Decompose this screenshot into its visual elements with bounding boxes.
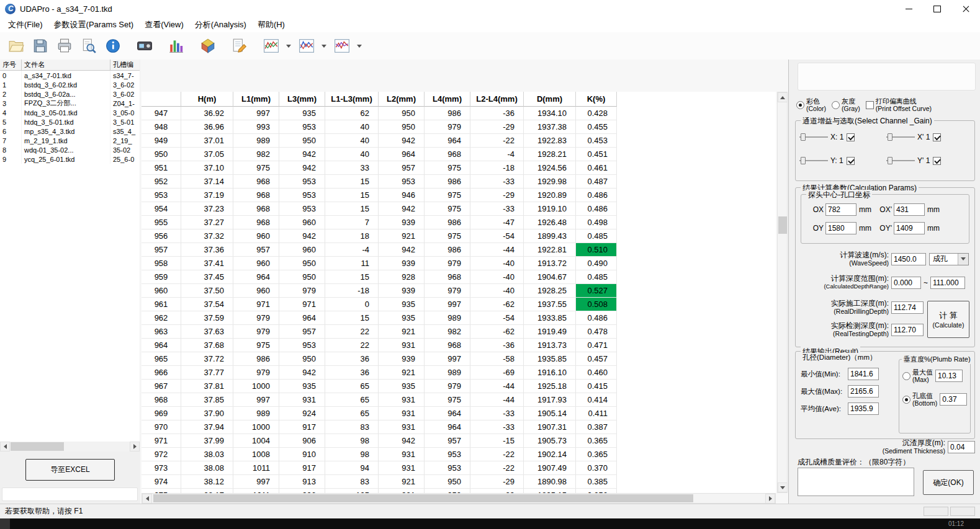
file-list-item[interactable]: 4htdq_3_05-01.tkd3_05-0 <box>0 108 140 117</box>
table-row[interactable]: 97137.99100490698942957-151905.730.365 <box>142 434 776 448</box>
file-list-item[interactable]: 8wdq-01_35-02...35-02 <box>0 145 140 154</box>
min-diameter-input[interactable] <box>848 368 879 380</box>
file-list-item[interactable]: 5htdq_3_5-01.tkd3_5-01 <box>0 117 140 127</box>
plumb-max-input[interactable] <box>935 370 963 382</box>
table-row[interactable]: 94836.9699395340950979-291937.380.455 <box>142 120 776 134</box>
column-header[interactable]: L2-L4(mm) <box>470 92 524 107</box>
scroll-left-button[interactable] <box>142 494 152 504</box>
channel-y2-checkbox[interactable] <box>933 157 941 165</box>
file-list-item[interactable]: 9ycq_25_6-01.tkd25_6-0 <box>0 154 140 164</box>
gain-slider-x2[interactable] <box>886 132 915 142</box>
scrollbar-thumb[interactable] <box>778 216 787 234</box>
export-excel-button[interactable]: 导至EXCEL <box>25 459 115 481</box>
table-row[interactable]: 96337.6397995722921982-621919.490.478 <box>142 325 776 339</box>
plumb-bottom-radio[interactable] <box>902 396 910 404</box>
table-row[interactable]: 96437.6897595322931968-361913.730.471 <box>142 339 776 352</box>
waveform-3-dropdown[interactable] <box>355 35 363 57</box>
about-button[interactable] <box>102 35 124 57</box>
scrollbar-thumb[interactable] <box>11 442 64 451</box>
oy-input[interactable] <box>825 222 856 234</box>
waveform-2-button[interactable] <box>295 35 318 57</box>
gray-mode-option[interactable]: 灰度 (Gray) <box>832 97 860 112</box>
menu-item-3[interactable]: 查看(View) <box>139 17 189 32</box>
drilling-depth-input[interactable] <box>891 301 924 314</box>
scroll-right-button[interactable] <box>130 442 140 451</box>
channel-x2-checkbox[interactable] <box>933 133 941 141</box>
gain-slider-y2[interactable] <box>886 156 915 166</box>
print-button[interactable] <box>53 35 76 57</box>
close-button[interactable] <box>951 0 980 17</box>
ave-diameter-input[interactable] <box>848 402 879 415</box>
column-header[interactable]: L1(mm) <box>233 92 279 107</box>
file-column-header[interactable]: 文件名 <box>22 60 110 70</box>
file-list-item[interactable]: 0a_s34_7-01.tkds34_7- <box>0 71 140 80</box>
open-file-button[interactable] <box>5 35 27 57</box>
column-header[interactable]: L3(mm) <box>279 92 325 107</box>
menu-item-1[interactable]: 文件(File) <box>2 17 48 32</box>
file-list-item[interactable]: 2bstdq_3_6-02a...3_6-02 <box>0 89 140 99</box>
package-button[interactable] <box>197 35 219 57</box>
file-list-horizontal-scrollbar[interactable] <box>0 442 140 451</box>
depth-from-input[interactable] <box>891 277 921 289</box>
waveform-1-button[interactable] <box>260 35 282 57</box>
file-list-item[interactable]: 3FPZQ_3二分部...Z04_1- <box>0 99 140 108</box>
sediment-thickness-input[interactable] <box>948 441 975 453</box>
file-list-item[interactable]: 6mp_s35_4_3.tkds35_4_ <box>0 127 140 136</box>
scrollbar-thumb[interactable] <box>153 494 693 502</box>
table-row[interactable]: 95537.279689607939986-471926.480.498 <box>142 216 776 229</box>
column-header[interactable]: H(m) <box>181 92 233 107</box>
slider-thumb[interactable] <box>801 157 806 164</box>
color-radio-icon[interactable] <box>796 101 804 109</box>
column-header[interactable]: D(mm) <box>524 92 576 107</box>
gain-slider-x[interactable] <box>799 132 828 142</box>
oxp-input[interactable] <box>894 203 925 216</box>
plumb-max-radio[interactable] <box>902 372 910 380</box>
max-diameter-input[interactable] <box>848 385 879 398</box>
column-header[interactable]: L1-L3(mm) <box>325 92 379 107</box>
select-arrow[interactable] <box>958 254 968 265</box>
table-row[interactable]: 97538.171011906105921950-291895.150.356 <box>142 489 776 493</box>
table-row[interactable]: 96837.8599793165931975-441917.930.414 <box>142 393 776 407</box>
table-horizontal-scrollbar[interactable] <box>142 493 776 504</box>
table-row[interactable]: 95437.2396895315942975-331919.100.486 <box>142 202 776 216</box>
minimize-button[interactable] <box>894 0 923 17</box>
menu-item-4[interactable]: 分析(Analysis) <box>189 17 252 32</box>
table-row[interactable]: 97338.08101191794931953-221907.490.370 <box>142 461 776 475</box>
slider-thumb[interactable] <box>888 157 892 164</box>
table-row[interactable]: 96237.5997996415935989-541933.850.486 <box>142 311 776 325</box>
file-column-header[interactable]: 孔槽编 <box>110 60 140 70</box>
table-row[interactable]: 97037.94100091783931964-331907.310.387 <box>142 420 776 434</box>
column-header[interactable]: L2(mm) <box>379 92 425 107</box>
slider-thumb[interactable] <box>801 133 806 141</box>
ok-button[interactable]: 确定(OK) <box>923 470 974 495</box>
print-offset-option[interactable]: 打印偏离曲线 (Print Offset Curve) <box>866 97 932 112</box>
table-row[interactable]: 95137.1097594233957975-181924.560.461 <box>142 161 776 175</box>
device-button[interactable] <box>133 35 156 57</box>
waveform-2-dropdown[interactable] <box>320 35 328 57</box>
wavespeed-input[interactable] <box>891 253 926 265</box>
scroll-up-button[interactable] <box>778 92 788 102</box>
table-row[interactable]: 95237.1496895315953986-331929.980.487 <box>142 175 776 189</box>
table-row[interactable]: 95637.3296094218921975-541899.430.485 <box>142 229 776 243</box>
channel-x-checkbox[interactable] <box>847 133 855 141</box>
table-row[interactable]: 94937.0198995040942964-221922.830.453 <box>142 134 776 148</box>
save-button[interactable] <box>29 35 52 57</box>
histogram-button[interactable] <box>165 35 187 57</box>
menu-item-5[interactable]: 帮助(H) <box>252 17 290 32</box>
table-row[interactable]: 95037.0598294240964968-41928.210.451 <box>142 148 776 161</box>
scroll-left-button[interactable] <box>0 442 10 451</box>
ox-input[interactable] <box>825 203 856 216</box>
table-vertical-scrollbar[interactable] <box>777 92 788 493</box>
table-row[interactable]: 94736.9299793562950986-361934.100.428 <box>142 107 776 120</box>
calculate-button[interactable]: 计 算 (Calculate) <box>927 301 969 338</box>
column-header[interactable]: L4(mm) <box>425 92 470 107</box>
scroll-down-button[interactable] <box>778 482 788 492</box>
column-header[interactable]: K(%) <box>576 92 617 107</box>
print-offset-checkbox[interactable] <box>866 101 874 109</box>
menu-item-2[interactable]: 参数设置(Params Set) <box>48 17 140 32</box>
maximize-button[interactable] <box>923 0 951 17</box>
edit-report-button[interactable] <box>228 35 251 57</box>
table-row[interactable]: 96737.81100093565935979-441925.180.415 <box>142 380 776 393</box>
print-preview-button[interactable] <box>78 35 100 57</box>
oyp-input[interactable] <box>894 222 925 234</box>
